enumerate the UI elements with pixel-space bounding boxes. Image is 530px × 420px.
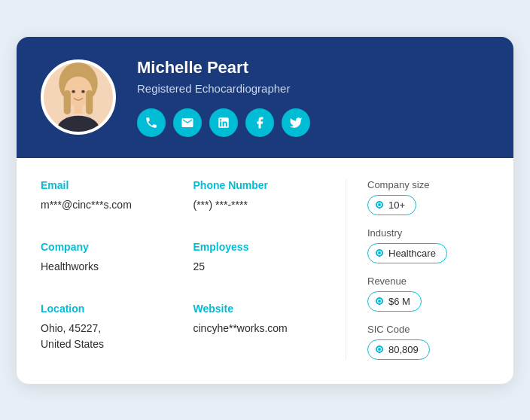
svg-rect-4 <box>86 90 93 114</box>
company-size-block: Company size 10+ <box>367 179 489 215</box>
svg-rect-3 <box>64 90 71 114</box>
card-header: Michelle Peart Registered Echocardiograp… <box>17 37 513 158</box>
location-label: Location <box>41 303 169 315</box>
social-icons-bar <box>137 108 489 137</box>
profile-title: Registered Echocardiographer <box>137 82 489 95</box>
email-block: Email m***@cinc***s.com <box>41 179 169 220</box>
info-grid: Email m***@cinc***s.com Phone Number (**… <box>41 179 346 360</box>
svg-point-8 <box>81 90 85 93</box>
svg-point-7 <box>72 90 75 93</box>
sic-label: SIC Code <box>367 324 489 335</box>
profile-card: Michelle Peart Registered Echocardiograp… <box>17 37 513 384</box>
employees-value: 25 <box>193 259 322 275</box>
revenue-pill: $6 M <box>367 291 422 312</box>
header-info: Michelle Peart Registered Echocardiograp… <box>137 58 489 137</box>
phone-block: Phone Number (***) ***-**** <box>193 179 322 220</box>
svg-rect-6 <box>74 104 82 114</box>
profile-name: Michelle Peart <box>137 58 489 78</box>
industry-pill: Healthcare <box>367 243 447 263</box>
company-size-label: Company size <box>367 179 489 190</box>
employees-label: Employess <box>193 241 322 253</box>
website-block: Website cincyhe**works.com <box>193 303 322 359</box>
industry-label: Industry <box>367 227 489 239</box>
pill-dot-industry <box>376 249 383 257</box>
email-social-icon[interactable] <box>173 108 202 137</box>
sic-pill: 80,809 <box>367 339 430 360</box>
phone-icon[interactable] <box>137 108 166 137</box>
company-label: Company <box>41 241 169 253</box>
email-value: m***@cinc***s.com <box>41 197 169 213</box>
sic-block: SIC Code 80,809 <box>367 324 489 360</box>
facebook-icon[interactable] <box>245 108 274 137</box>
website-label: Website <box>193 303 322 315</box>
revenue-block: Revenue $6 M <box>367 275 489 312</box>
company-size-pill: 10+ <box>367 195 416 215</box>
sidebar: Company size 10+ Industry Healthcare Rev… <box>346 179 489 360</box>
industry-value: Healthcare <box>388 248 436 259</box>
employees-block: Employess 25 <box>193 241 322 282</box>
twitter-icon[interactable] <box>282 108 310 137</box>
card-body: Email m***@cinc***s.com Phone Number (**… <box>17 158 513 384</box>
linkedin-icon[interactable] <box>209 108 238 137</box>
location-block: Location Ohio, 45227, United States <box>41 303 169 359</box>
pill-dot-sic <box>376 345 383 353</box>
company-value: Healthworks <box>41 259 169 275</box>
company-block: Company Healthworks <box>41 241 169 282</box>
pill-dot-size <box>376 201 383 208</box>
phone-label: Phone Number <box>193 179 322 191</box>
industry-block: Industry Healthcare <box>367 227 489 263</box>
website-value: cincyhe**works.com <box>193 321 322 336</box>
revenue-label: Revenue <box>367 275 489 287</box>
avatar <box>41 59 116 135</box>
phone-value: (***) ***-**** <box>193 197 322 213</box>
pill-dot-revenue <box>376 297 383 305</box>
company-size-value: 10+ <box>388 199 405 211</box>
location-value: Ohio, 45227, United States <box>41 321 169 352</box>
email-label: Email <box>41 179 169 191</box>
sic-value: 80,809 <box>388 344 419 355</box>
revenue-value: $6 M <box>388 296 410 307</box>
